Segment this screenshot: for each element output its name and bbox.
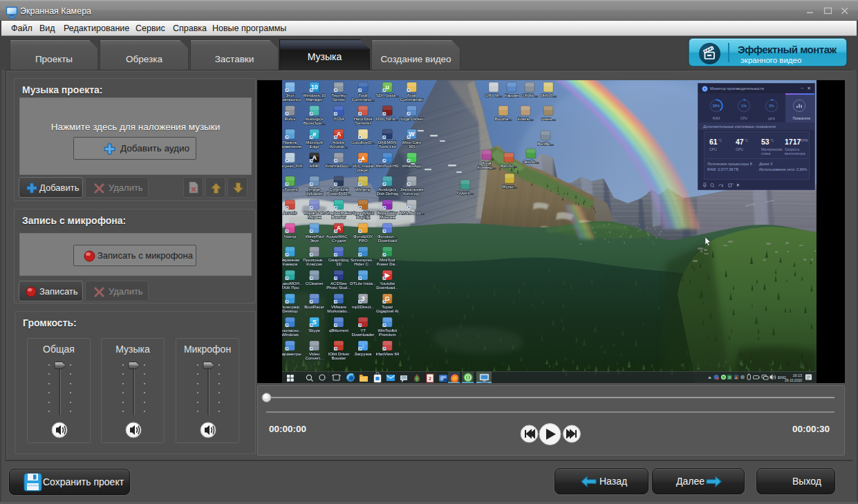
svg-text:Commander: Commander (400, 97, 424, 102)
svg-text:AMS.Воссо...: AMS.Воссо... (399, 210, 425, 215)
svg-text:ТАЖ Про: ТАЖ Про (282, 285, 299, 290)
svg-text:Yoga.Clicker: Yoga.Clicker (400, 116, 424, 121)
svg-text:Download...: Download... (376, 285, 398, 290)
svg-text:Студия: Студия (332, 238, 346, 243)
svg-text:Годогр...: Годогр... (457, 190, 474, 195)
svg-text:DTLite Insta...: DTLite Insta... (350, 281, 376, 286)
svg-text:38: 38 (727, 376, 731, 380)
svg-text:2: 2 (429, 375, 432, 382)
svg-text:Мульт...: Мульт... (502, 184, 517, 189)
svg-text:Manager: Manager (306, 97, 323, 102)
svg-text:компьютер: компьютер (282, 97, 301, 102)
svg-text:29.10.2020: 29.10.2020 (785, 378, 802, 382)
svg-text:Компь...: Компь... (518, 116, 534, 121)
svg-text:3D: 3D (336, 261, 342, 266)
svg-text:Порт振: Порт振 (356, 214, 370, 219)
svg-text:Каррак: Каррак (505, 93, 519, 97)
svg-text:PowerDVD...: PowerDVD... (326, 191, 351, 196)
svg-text:Windows: Windows (282, 332, 299, 337)
svg-text:Acrobat...: Acrobat... (330, 144, 348, 149)
svg-text:Photo Stud...: Photo Stud... (326, 285, 351, 290)
svg-text:Tools Lite: Tools Lite (378, 144, 396, 149)
svg-text:KrishnaDoct...: KrishnaDoct... (326, 163, 353, 168)
svg-text:PRO: PRO (358, 238, 367, 243)
svg-text:Disk Defrag: Disk Defrag (376, 191, 398, 196)
svg-text:3: 3 (362, 295, 365, 302)
svg-text:Классик: Классик (306, 261, 322, 266)
svg-text:ВелВе...: ВелВе... (537, 141, 554, 146)
svg-text:Workstatio...: Workstatio... (327, 308, 351, 313)
svg-text:Download: Download (378, 238, 397, 243)
svg-text:3%: 3% (769, 104, 774, 108)
svg-text:Hider C...: Hider C... (354, 261, 372, 266)
svg-text:BootRacer: BootRacer (304, 304, 324, 309)
svg-text:AIMP: AIMP (309, 163, 319, 168)
svg-text:Рисунки_FIX: Рисунки_FIX (282, 163, 302, 168)
svg-text:365: 365 (408, 144, 416, 149)
svg-text:Winamp: Winamp (355, 187, 371, 192)
svg-text:mp3Direct...: mp3Direct... (352, 304, 375, 309)
svg-text:Desktop: Desktop (282, 308, 298, 313)
svg-text:очень...: очень... (541, 116, 556, 121)
svg-text:Convert...: Convert... (305, 355, 324, 360)
svg-text:Gigapixel AI: Gigapixel AI (376, 308, 399, 313)
svg-text:управления: управления (282, 144, 301, 149)
svg-text:Downloader: Downloader (352, 332, 375, 337)
svg-text:Premium: Premium (379, 332, 395, 337)
svg-text:Server: Server (333, 97, 345, 102)
svg-text:GX Wo...: GX Wo... (521, 93, 539, 97)
svg-text:Копи.рус: Копи.рус (403, 191, 420, 196)
svg-text:qBittorrent: qBittorrent (329, 328, 348, 333)
svg-text:Мираж: Мираж (308, 214, 321, 219)
svg-text:SDI_Upda...: SDI_Upda... (376, 93, 400, 97)
svg-text:ЭкоЛо...: ЭкоЛо... (523, 159, 539, 164)
svg-text:GPU M...: GPU M... (485, 93, 502, 97)
svg-text:Монтаж: Монтаж (380, 214, 395, 219)
svg-text:Skype: Skype (308, 328, 321, 333)
svg-text:DOCTR.A...: DOCTR.A... (376, 116, 399, 121)
svg-text:uTorrent: uTorrent (282, 187, 298, 192)
svg-text:↓: ↓ (362, 342, 365, 349)
svg-text:BoostSpe...: BoostSpe... (304, 120, 326, 125)
svg-text:Чоипд: Чоипд (284, 234, 297, 239)
svg-text:Power Da...: Power Da... (376, 261, 398, 266)
svg-text:TC64: TC64 (333, 116, 344, 121)
svg-text:Камера: Камера (283, 261, 298, 266)
svg-text:GoodbyeD...: GoodbyeD... (351, 140, 375, 144)
svg-text:ВалЛо...: ВалЛо... (501, 163, 517, 168)
svg-text:16:13: 16:13 (793, 373, 803, 377)
svg-text:u: u (386, 84, 390, 91)
svg-text:IrfanView 64: IrfanView 64 (375, 351, 399, 356)
svg-text:Rufus: Rufus (285, 116, 296, 121)
svg-text:Звук: Звук (310, 238, 319, 243)
svg-text:Параметры: Параметры (282, 351, 301, 356)
svg-text:Bootha...: Bootha... (495, 116, 512, 121)
svg-text:MiniTool HD: MiniTool HD (376, 163, 399, 168)
svg-text:Acronis: Acronis (283, 210, 297, 215)
svg-text:Edge: Edge (310, 144, 320, 149)
svg-text:Загрузка: Загрузка (355, 351, 372, 356)
svg-text:Uploader: Uploader (306, 191, 323, 196)
svg-text:Booster: Booster (331, 355, 346, 360)
svg-text:1%: 1% (741, 104, 747, 108)
svg-text:CCleaner: CCleaner (306, 281, 324, 286)
svg-text:Command...: Command... (351, 97, 374, 102)
svg-text:Booster: Booster (331, 214, 346, 219)
svg-text:player: player (357, 167, 369, 172)
svg-text:38%: 38% (713, 104, 720, 108)
svg-text:Команд...: Команд... (478, 165, 496, 169)
svg-text:WhatsApp: WhatsApp (402, 163, 422, 168)
svg-text:Sentinel: Sentinel (355, 120, 371, 125)
svg-text:ObN П...: ObN П... (540, 93, 557, 97)
svg-text:e: e (313, 131, 316, 138)
